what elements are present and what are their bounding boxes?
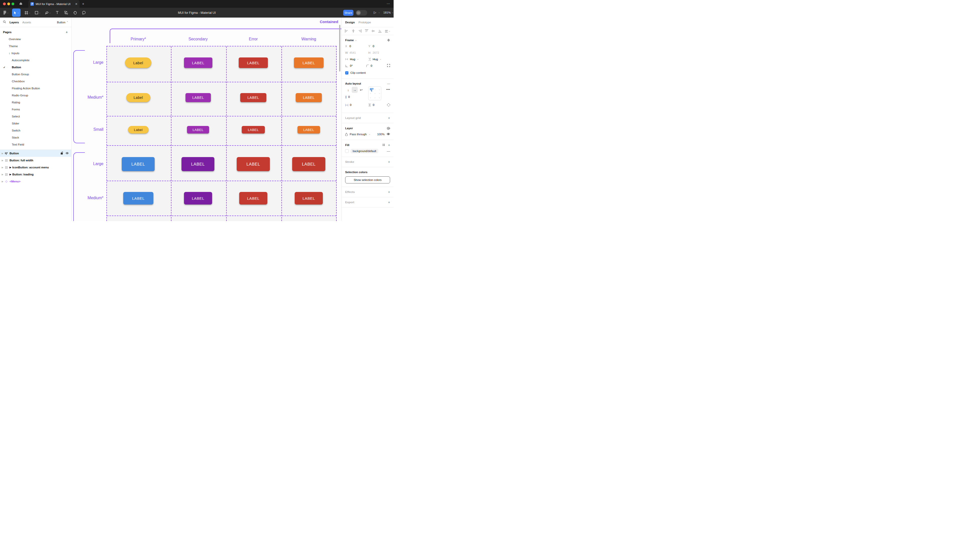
layout-wrap-icon[interactable]: ↩ xyxy=(358,87,364,93)
button-primary-large-2[interactable]: LABEL xyxy=(122,157,154,171)
checkbox-checked-icon[interactable]: ✓ xyxy=(345,71,348,75)
distribute-menu-icon[interactable]: ⌄ xyxy=(385,30,390,33)
button-error-large-2[interactable]: LABEL xyxy=(237,157,270,171)
button-warning-large[interactable]: LABEL xyxy=(294,57,324,68)
align-horizontal-center-icon[interactable] xyxy=(352,29,355,33)
page-item-theme[interactable]: Theme xyxy=(0,43,71,50)
expand-chevron-icon[interactable]: ▶ xyxy=(2,159,3,162)
button-primary-medium-2[interactable]: LABEL xyxy=(123,192,153,205)
add-effect-icon[interactable]: + xyxy=(388,190,390,194)
vertical-padding-field[interactable]: 0 xyxy=(368,103,374,107)
page-item-floating-action-button[interactable]: Floating Action Button xyxy=(0,85,71,92)
remove-fill-icon[interactable]: — xyxy=(387,149,390,153)
share-button[interactable]: Share xyxy=(343,10,353,16)
align-bottom-icon[interactable] xyxy=(378,29,382,33)
present-chevron-icon[interactable]: ⌄ xyxy=(378,11,380,14)
canvas-vertical-scrollbar[interactable] xyxy=(339,25,340,72)
alignment-pad[interactable] xyxy=(368,86,381,100)
zoom-menu[interactable]: 181% ⌄ xyxy=(383,11,393,14)
gap-field[interactable]: ]|[0 xyxy=(345,95,350,99)
page-item-slider[interactable]: Slider xyxy=(0,120,71,127)
new-tab-button[interactable]: + xyxy=(82,2,84,6)
horizontal-padding-field[interactable]: |▭|0 xyxy=(345,103,352,107)
minimize-window-button[interactable] xyxy=(7,3,10,5)
page-item-button-group[interactable]: Button Group xyxy=(0,71,71,78)
page-item-autocomplete[interactable]: Autocomplete xyxy=(0,57,71,64)
layer-item-button-full-width[interactable]: ▶ Button: full width xyxy=(0,157,71,164)
expand-chevron-icon[interactable]: ▶ xyxy=(2,180,3,183)
fill-styles-icon[interactable] xyxy=(382,143,385,147)
remove-auto-layout-icon[interactable]: — xyxy=(387,82,390,85)
button-error-large[interactable]: LABEL xyxy=(239,57,268,68)
button-warning-small[interactable]: LABEL xyxy=(298,126,320,134)
independent-corners-icon[interactable] xyxy=(387,64,390,67)
fullscreen-window-button[interactable] xyxy=(11,3,14,5)
fill-color-swatch[interactable] xyxy=(345,149,349,153)
y-position-field[interactable]: Y0 xyxy=(369,45,390,48)
align-top-icon[interactable] xyxy=(365,29,368,33)
layer-styles-icon[interactable] xyxy=(387,127,390,130)
page-item-text-field[interactable]: Text Field xyxy=(0,141,71,148)
home-icon[interactable] xyxy=(19,2,22,6)
add-page-icon[interactable]: + xyxy=(66,30,68,34)
align-left-icon[interactable] xyxy=(345,29,348,33)
button-secondary-large[interactable]: LABEL xyxy=(184,57,212,68)
vertical-resize-field[interactable]: Hug⌄ xyxy=(369,58,390,61)
visibility-eye-icon[interactable] xyxy=(387,133,390,136)
page-item-stack[interactable]: Stack xyxy=(0,134,71,141)
tab-assets[interactable]: Assets xyxy=(22,21,31,24)
expand-chevron-icon[interactable]: ▶ xyxy=(2,152,3,154)
auto-layout-more-icon[interactable]: ••• xyxy=(386,88,390,91)
height-field[interactable]: H2672 xyxy=(369,51,390,54)
expand-chevron-icon[interactable]: ▶ xyxy=(2,173,3,176)
tab-prototype[interactable]: Prototype xyxy=(358,21,371,24)
button-secondary-large-2[interactable]: LABEL xyxy=(181,157,215,171)
button-secondary-small[interactable]: LABEL xyxy=(187,126,209,134)
close-tab-icon[interactable]: ✕ xyxy=(75,2,78,6)
page-item-checkbox[interactable]: Checkbox xyxy=(0,78,71,85)
collapse-panel-icon[interactable] xyxy=(387,39,390,42)
more-options-icon[interactable]: ⋯ xyxy=(387,2,390,6)
fill-row[interactable]: background/default — xyxy=(345,148,390,154)
layer-opacity-value[interactable]: 100% xyxy=(377,133,385,136)
page-item-switch[interactable]: Switch xyxy=(0,127,71,134)
dev-mode-toggle[interactable]: </> xyxy=(356,10,367,16)
blend-mode-row[interactable]: Pass through ⌄ 100% xyxy=(345,131,390,138)
tab-design[interactable]: Design xyxy=(345,21,355,24)
x-position-field[interactable]: X0 xyxy=(345,45,367,48)
unlock-icon[interactable] xyxy=(60,151,63,155)
independent-padding-icon[interactable] xyxy=(387,103,390,107)
button-warning-large-2[interactable]: LABEL xyxy=(292,157,325,171)
add-layout-grid-icon[interactable]: + xyxy=(388,116,390,120)
clip-content-row[interactable]: ✓ Clip content xyxy=(345,70,390,76)
page-item-overview[interactable]: Overview xyxy=(0,36,71,43)
page-item-forms[interactable]: Forms xyxy=(0,106,71,113)
button-error-small[interactable]: LABEL xyxy=(242,126,265,134)
button-primary-medium[interactable]: Label xyxy=(126,93,150,102)
layer-item-button[interactable]: ▶ Button xyxy=(0,150,71,157)
page-item-select[interactable]: Select xyxy=(0,113,71,120)
layout-horizontal-icon[interactable]: → xyxy=(352,87,358,93)
layer-item-iconbutton-account-menu[interactable]: ▶ ▶ IconButton: account menu xyxy=(0,164,71,171)
page-item-rating[interactable]: Rating xyxy=(0,99,71,106)
frame-section-title[interactable]: Frame xyxy=(345,39,354,42)
align-vertical-center-icon[interactable] xyxy=(372,29,375,33)
document-tab[interactable]: MUI for Figma - Material UI ✕ xyxy=(29,0,80,8)
tab-layers[interactable]: Layers xyxy=(10,21,19,24)
button-primary-small[interactable]: Label xyxy=(128,126,149,134)
show-selection-colors-button[interactable]: Show selection colors xyxy=(345,176,390,183)
layout-vertical-icon[interactable]: ↓ xyxy=(345,87,351,93)
visibility-eye-icon[interactable] xyxy=(65,152,69,155)
button-warning-medium[interactable]: LABEL xyxy=(296,93,322,102)
close-window-button[interactable] xyxy=(3,3,6,5)
corner-radius-field[interactable]: 0 xyxy=(366,64,386,67)
button-error-medium[interactable]: LABEL xyxy=(240,93,266,102)
horizontal-resize-field[interactable]: Hug⌄ xyxy=(345,58,367,61)
fill-style-chip[interactable]: background/default xyxy=(351,149,378,153)
canvas[interactable]: Contained Primary* Secondary Error Warni… xyxy=(72,17,341,221)
add-stroke-icon[interactable]: + xyxy=(388,160,390,164)
page-item-radio-group[interactable]: Radio Group xyxy=(0,92,71,99)
expand-chevron-icon[interactable]: ▶ xyxy=(2,166,3,168)
button-warning-medium-2[interactable]: LABEL xyxy=(295,192,323,205)
page-item-inputs[interactable]: ↓Inputs xyxy=(0,50,71,57)
